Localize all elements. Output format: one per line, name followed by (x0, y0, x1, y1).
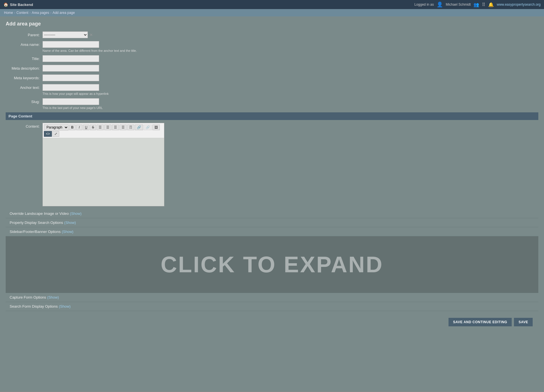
anchor-text-input[interactable] (42, 84, 99, 91)
meta-description-row: Meta description: (6, 65, 538, 72)
editor-container: Paragraph Heading 1 Heading 2 B I U S ☰ … (42, 123, 164, 206)
slug-field-wrapper: This is the last part of your new page's… (42, 98, 103, 110)
property-display-label: Property Display Search Options (10, 220, 63, 225)
fullscreen-button[interactable]: ⤢ (52, 131, 59, 137)
override-landscape-section[interactable]: Override Landscape Image or Video (Show) (6, 209, 538, 218)
anchor-text-row: Anchor text: This is how your page will … (6, 84, 538, 95)
action-bar: SAVE AND CONTINUE EDITING SAVE (6, 314, 538, 330)
expand-overlay[interactable]: CLICK TO EXPAND (6, 236, 538, 293)
meta-description-label: Meta description: (6, 65, 40, 70)
page-content-section-header: Page Content (6, 112, 538, 120)
ordered-list-button[interactable]: ☶ (127, 125, 134, 130)
breadcrumb-sep-2: › (29, 11, 31, 15)
search-form-show[interactable]: (Show) (59, 304, 71, 309)
paragraph-select[interactable]: Paragraph Heading 1 Heading 2 (44, 124, 69, 130)
main-content: Add area page Parent: ---------- ✕ Area … (0, 16, 544, 391)
override-landscape-show[interactable]: (Show) (70, 211, 82, 216)
topbar-right: Logged in as 👤 Michael Schmidt 👥 ⠿ 🔔 www… (415, 1, 541, 8)
site-icon: 🏠 (3, 2, 8, 7)
breadcrumb-current: Add area page (52, 11, 75, 15)
apps-icon[interactable]: ⠿ (482, 2, 485, 7)
anchor-text-label: Anchor text: (6, 84, 40, 90)
topbar: 🏠 Site Backend Logged in as 👤 Michael Sc… (0, 0, 544, 9)
breadcrumb-content[interactable]: Content (16, 11, 28, 15)
title-label: Title: (6, 55, 40, 61)
property-display-show[interactable]: (Show) (64, 220, 76, 225)
logged-in-as-label: Logged in as (415, 3, 434, 7)
slug-input[interactable] (42, 98, 99, 105)
users-icon[interactable]: 👥 (473, 2, 479, 7)
parent-field-wrapper: ---------- ✕ (42, 31, 94, 38)
area-name-hint: Name of the area. Can be different from … (42, 49, 137, 52)
search-form-section[interactable]: Search Form Display Options (Show) (6, 302, 538, 311)
breadcrumb-sep-3: › (50, 11, 51, 15)
editor-body[interactable] (43, 138, 164, 206)
unordered-list-button[interactable]: ☰ (120, 125, 127, 130)
parent-clear-button[interactable]: ✕ (89, 33, 94, 37)
parent-label: Parent: (6, 31, 40, 37)
slug-label: Slug: (6, 98, 40, 104)
bold-button[interactable]: B (69, 125, 76, 130)
meta-keywords-label: Meta keywords: (6, 74, 40, 80)
save-button[interactable]: SAVE (514, 318, 533, 326)
editor-toolbar: Paragraph Heading 1 Heading 2 B I U S ☰ … (43, 123, 164, 138)
unlink-button[interactable]: 🔗 (144, 125, 152, 130)
meta-keywords-input[interactable] (42, 74, 99, 81)
sidebar-footer-show[interactable]: (Show) (62, 230, 73, 234)
area-name-field-wrapper: Name of the area. Can be different from … (42, 41, 137, 52)
align-left-button[interactable]: ☰ (97, 125, 104, 130)
align-center-button[interactable]: ☰ (104, 125, 111, 130)
strikethrough-button[interactable]: S (90, 125, 96, 130)
sidebar-footer-section[interactable]: Sidebar/Footer/Banner Options (Show) (6, 227, 538, 236)
area-name-input[interactable] (42, 41, 99, 48)
collapsible-sections: Override Landscape Image or Video (Show)… (6, 209, 538, 311)
parent-row: Parent: ---------- ✕ (6, 31, 538, 38)
meta-description-input[interactable] (42, 65, 99, 72)
form-section: Parent: ---------- ✕ Area name: Name of … (6, 31, 538, 110)
anchor-text-field-wrapper: This is how your page will appear as a h… (42, 84, 109, 95)
anchor-text-hint: This is how your page will appear as a h… (42, 92, 109, 95)
breadcrumb-sep-1: › (14, 11, 15, 15)
breadcrumb: Home › Content › Area pages › Add area p… (0, 9, 544, 16)
external-link[interactable]: www.easypropertysearch.org (497, 3, 541, 7)
link-button[interactable]: 🔗 (135, 125, 143, 130)
user-avatar-icon: 👤 (437, 1, 443, 8)
underline-button[interactable]: U (83, 125, 90, 130)
italic-button[interactable]: I (76, 125, 82, 130)
area-name-row: Area name: Name of the area. Can be diff… (6, 41, 538, 52)
expand-overlay-text: CLICK TO EXPAND (161, 253, 383, 276)
editor-row: Content: Paragraph Heading 1 Heading 2 B… (6, 123, 538, 206)
meta-keywords-row: Meta keywords: (6, 74, 538, 81)
content-label: Content: (6, 123, 40, 128)
slug-row: Slug: This is the last part of your new … (6, 98, 538, 110)
content-editor-wrapper: Content: Paragraph Heading 1 Heading 2 B… (6, 120, 538, 209)
slug-hint: This is the last part of your new page's… (42, 106, 103, 110)
breadcrumb-home[interactable]: Home (4, 11, 13, 15)
capture-form-show[interactable]: (Show) (47, 295, 59, 299)
notifications-icon[interactable]: 🔔 (488, 2, 494, 7)
breadcrumb-area-pages[interactable]: Area pages (32, 11, 49, 15)
sidebar-footer-label: Sidebar/Footer/Banner Options (10, 230, 61, 234)
code-button[interactable]: <> (44, 131, 52, 137)
user-name: Michael Schmidt (446, 3, 471, 7)
topbar-left: 🏠 Site Backend (3, 2, 33, 7)
override-landscape-label: Override Landscape Image or Video (10, 211, 69, 216)
property-display-section[interactable]: Property Display Search Options (Show) (6, 218, 538, 227)
title-row: Title: (6, 55, 538, 62)
parent-select[interactable]: ---------- (42, 31, 88, 38)
image-button[interactable]: 🖼 (152, 125, 160, 130)
save-and-continue-button[interactable]: SAVE AND CONTINUE EDITING (449, 318, 512, 326)
search-form-label: Search Form Display Options (10, 304, 58, 309)
area-name-label: Area name: (6, 41, 40, 47)
align-right-button[interactable]: ☰ (112, 125, 119, 130)
capture-form-label: Capture Form Options (10, 295, 46, 299)
title-input[interactable] (42, 55, 99, 62)
site-title: Site Backend (10, 3, 33, 7)
capture-form-section[interactable]: Capture Form Options (Show) (6, 293, 538, 302)
page-title: Add area page (6, 21, 538, 27)
